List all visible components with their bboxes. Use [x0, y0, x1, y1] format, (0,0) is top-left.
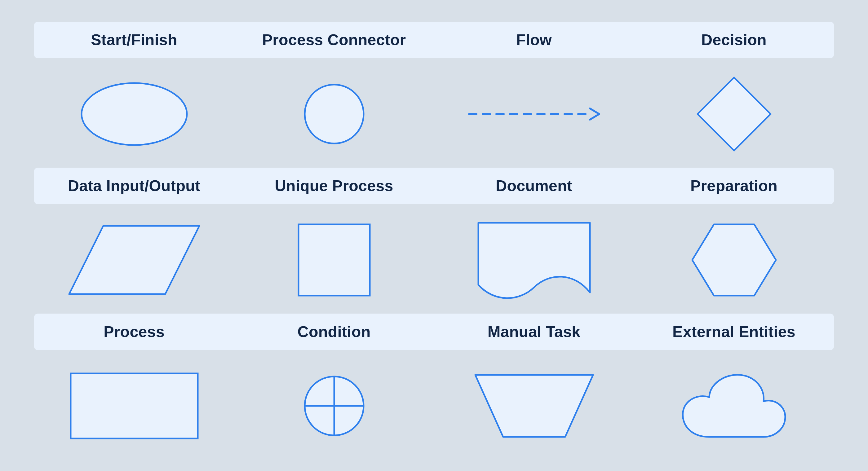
label-flow: Flow	[434, 31, 634, 49]
label-data-io: Data Input/Output	[34, 177, 234, 195]
shape-data-io	[34, 217, 234, 303]
row-2: Data Input/Output Unique Process Documen…	[34, 168, 834, 303]
row-1: Start/Finish Process Connector Flow Deci…	[34, 22, 834, 157]
diamond-icon	[694, 74, 774, 154]
label-document: Document	[434, 177, 634, 195]
shape-condition	[234, 363, 434, 449]
cloud-icon	[675, 369, 793, 443]
ellipse-icon	[79, 80, 190, 148]
svg-marker-3	[698, 77, 771, 151]
shape-decision	[634, 71, 834, 157]
shape-unique-process	[234, 217, 434, 303]
svg-point-0	[82, 83, 187, 145]
label-start-finish: Start/Finish	[34, 31, 234, 49]
svg-marker-11	[475, 375, 593, 437]
header-bar-2: Data Input/Output Unique Process Documen…	[34, 168, 834, 204]
dashed-arrow-icon	[466, 105, 602, 123]
shape-document	[434, 217, 634, 303]
shapes-row-1	[34, 71, 834, 157]
shape-process-connector	[234, 71, 434, 157]
label-manual-task: Manual Task	[434, 323, 634, 341]
square-icon	[294, 220, 374, 300]
document-icon	[472, 217, 596, 303]
crossed-circle-icon	[300, 372, 368, 440]
label-external-entities: External Entities	[634, 323, 834, 341]
shape-external-entities	[634, 363, 834, 449]
label-process: Process	[34, 323, 234, 341]
parallelogram-icon	[66, 220, 203, 300]
row-3: Process Condition Manual Task External E…	[34, 314, 834, 449]
shape-preparation	[634, 217, 834, 303]
shape-process	[34, 363, 234, 449]
label-condition: Condition	[234, 323, 434, 341]
shapes-row-2	[34, 217, 834, 303]
trapezoid-icon	[469, 369, 599, 443]
circle-icon	[300, 80, 368, 148]
svg-rect-5	[299, 224, 370, 295]
svg-marker-6	[692, 224, 776, 295]
header-bar-1: Start/Finish Process Connector Flow Deci…	[34, 22, 834, 58]
label-unique-process: Unique Process	[234, 177, 434, 195]
label-preparation: Preparation	[634, 177, 834, 195]
hexagon-icon	[688, 220, 781, 300]
label-process-connector: Process Connector	[234, 31, 434, 49]
shape-manual-task	[434, 363, 634, 449]
label-decision: Decision	[634, 31, 834, 49]
rectangle-icon	[66, 369, 203, 443]
svg-marker-4	[69, 226, 199, 294]
svg-point-1	[305, 85, 364, 144]
shapes-row-3	[34, 363, 834, 449]
header-bar-3: Process Condition Manual Task External E…	[34, 314, 834, 350]
shape-flow	[434, 71, 634, 157]
shape-start-finish	[34, 71, 234, 157]
svg-rect-7	[71, 373, 198, 438]
